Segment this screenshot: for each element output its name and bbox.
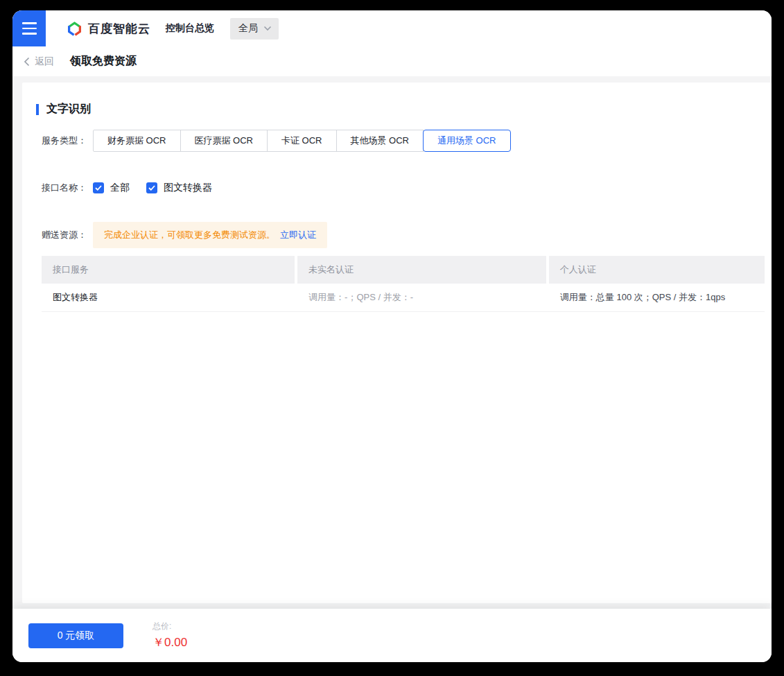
cell-unverified-quota: 调用量：-；QPS / 并发：- (297, 284, 546, 311)
brand-name: 百度智能云 (88, 21, 150, 37)
column-header-unverified: 未实名认证 (297, 256, 546, 284)
region-dropdown-value: 全局 (238, 22, 258, 35)
interface-name-label: 接口名称： (42, 182, 87, 194)
accent-bar (36, 104, 39, 115)
checkbox-all-label: 全部 (110, 182, 130, 194)
baidu-cloud-logo-icon (67, 21, 82, 37)
table-header-row: 接口服务 未实名认证 个人认证 (42, 256, 765, 284)
service-type-label: 服务类型： (42, 135, 87, 147)
hamburger-menu-button[interactable] (12, 10, 46, 46)
section-title-text: 文字识别 (46, 102, 91, 116)
cell-service-name: 图文转换器 (42, 284, 295, 311)
certify-now-link[interactable]: 立即认证 (280, 229, 316, 240)
certification-notice: 完成企业认证，可领取更多免费测试资源。立即认证 (93, 222, 327, 248)
tab-general-ocr[interactable]: 通用场景 OCR (423, 130, 511, 152)
console-title: 控制台总览 (166, 22, 214, 35)
chevron-down-icon (263, 26, 272, 31)
tab-finance-ocr[interactable]: 财务票据 OCR (93, 130, 181, 152)
service-type-row: 服务类型： 财务票据 OCR 医疗票据 OCR 卡证 OCR 其他场景 OCR … (42, 130, 772, 152)
claim-free-button[interactable]: 0 元领取 (28, 623, 123, 648)
column-header-service: 接口服务 (42, 256, 295, 284)
price-block: 总价: ￥0.00 (153, 621, 187, 650)
footer-bar: 0 元领取 总价: ￥0.00 (12, 609, 772, 662)
hamburger-icon (22, 22, 37, 24)
sub-header: 返回 领取免费资源 (12, 46, 772, 76)
hamburger-icon (22, 28, 37, 30)
chevron-left-icon (24, 57, 30, 67)
checkbox-image-text-converter-label: 图文转换器 (164, 182, 212, 194)
back-label: 返回 (35, 55, 54, 68)
certification-notice-text: 完成企业认证，可领取更多免费测试资源。 (104, 229, 275, 240)
back-button[interactable]: 返回 (24, 55, 54, 68)
resource-table: 接口服务 未实名认证 个人认证 图文转换器 调用量：-；QPS / 并发：- 调… (42, 256, 765, 312)
brand-logo: 百度智能云 (67, 21, 150, 37)
service-type-tabs: 财务票据 OCR 医疗票据 OCR 卡证 OCR 其他场景 OCR 通用场景 O… (93, 130, 511, 152)
checkbox-checked-icon (146, 182, 157, 193)
total-price-label: 总价: (153, 621, 187, 632)
hamburger-icon (22, 33, 37, 35)
checkbox-checked-icon (93, 182, 104, 193)
top-navbar: 百度智能云 控制台总览 全局 (12, 10, 772, 46)
content-area: 文字识别 服务类型： 财务票据 OCR 医疗票据 OCR 卡证 OCR 其他场景… (12, 76, 772, 609)
tab-other-ocr[interactable]: 其他场景 OCR (336, 130, 424, 152)
ocr-card: 文字识别 服务类型： 财务票据 OCR 医疗票据 OCR 卡证 OCR 其他场景… (22, 83, 772, 603)
tab-medical-ocr[interactable]: 医疗票据 OCR (180, 130, 268, 152)
total-price-value: ￥0.00 (153, 634, 187, 650)
app-window: 百度智能云 控制台总览 全局 返回 领取免费资源 文字识别 服务类型： (12, 10, 772, 662)
checkbox-all[interactable]: 全部 (93, 182, 130, 194)
gift-resource-row: 赠送资源： 完成企业认证，可领取更多免费测试资源。立即认证 (42, 222, 772, 248)
gift-resource-label: 赠送资源： (42, 229, 87, 241)
column-header-personal: 个人认证 (549, 256, 765, 284)
cell-personal-quota: 调用量：总量 100 次；QPS / 并发：1qps (549, 284, 765, 311)
table-row: 图文转换器 调用量：-；QPS / 并发：- 调用量：总量 100 次；QPS … (42, 284, 765, 312)
interface-name-row: 接口名称： 全部 图文转换器 (42, 182, 772, 194)
tab-card-ocr[interactable]: 卡证 OCR (267, 130, 337, 152)
region-dropdown[interactable]: 全局 (230, 18, 279, 40)
checkbox-image-text-converter[interactable]: 图文转换器 (146, 182, 212, 194)
page-title: 领取免费资源 (70, 54, 137, 69)
section-title: 文字识别 (22, 83, 772, 116)
